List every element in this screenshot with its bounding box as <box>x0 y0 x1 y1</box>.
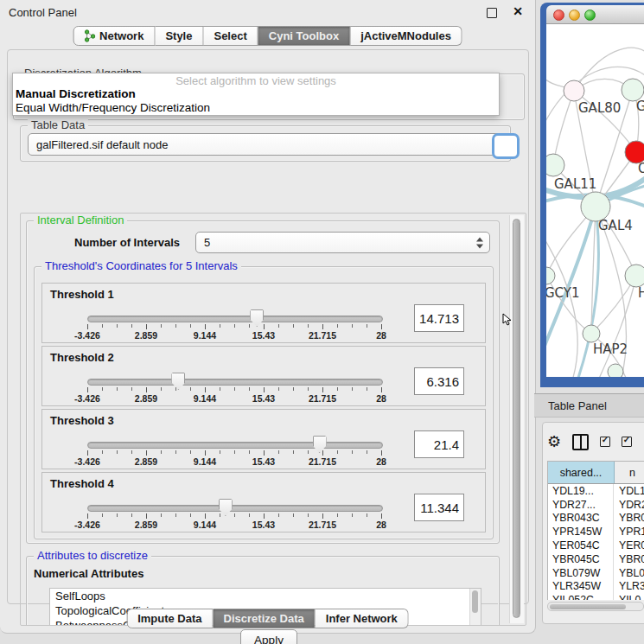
close-light-icon[interactable] <box>553 10 564 21</box>
gear-icon[interactable]: ⚙ <box>547 434 561 450</box>
tick-mark <box>175 324 176 328</box>
tick-mark <box>190 387 191 391</box>
settings-scroll-area: Interval Definition Number of Intervals … <box>20 213 526 626</box>
table-row[interactable]: YBL079WYBL0 <box>548 566 644 580</box>
tick-label: 21.715 <box>309 456 336 467</box>
threshold-row-2: Threshold 2-3.4262.8599.14415.4321.71528… <box>41 346 486 406</box>
threshold-value-field[interactable]: 11.344 <box>414 494 464 521</box>
cell-shared-name: YBR045C <box>548 552 614 566</box>
gal11-node[interactable] <box>546 154 564 176</box>
tick-label: 2.859 <box>135 456 157 467</box>
tick-mark <box>205 513 206 519</box>
table-row[interactable]: YDL19...YDL1 <box>548 484 644 498</box>
tick-label: 21.715 <box>309 520 336 530</box>
numerical-attributes-label: Numerical Attributes <box>34 567 143 580</box>
threshold-label: Threshold 2 <box>50 351 114 364</box>
threshold-value-field[interactable]: 21.4 <box>414 430 464 458</box>
algorithm-combobox[interactable] <box>492 133 520 159</box>
table-row[interactable]: YER054CYER0 <box>548 539 644 552</box>
tick-label: -3.426 <box>74 393 100 404</box>
settings-scrollbar[interactable] <box>509 215 524 623</box>
tab-label: Select <box>214 29 246 42</box>
num-intervals-combobox[interactable]: 5 <box>195 232 490 253</box>
tick-mark <box>146 450 147 456</box>
tick-mark <box>352 450 353 454</box>
tick-mark <box>234 324 235 328</box>
tick-label: -3.426 <box>74 330 100 341</box>
float-icon[interactable] <box>487 8 497 18</box>
node[interactable] <box>608 364 623 377</box>
tab-discretize-data[interactable]: Discretize Data <box>214 609 316 628</box>
popup-option-manual-discretization[interactable]: Manual Discretization <box>13 87 499 101</box>
slider-tick-labels: -3.4262.8599.14415.4321.71528 <box>87 520 381 530</box>
tick-mark <box>175 450 176 454</box>
node[interactable] <box>625 265 644 287</box>
table-row[interactable]: YBR043CYBR0 <box>548 512 644 526</box>
table-row[interactable]: YPR145WYPR1 <box>548 525 644 539</box>
apply-button[interactable]: Apply <box>240 629 297 644</box>
tick-mark <box>131 450 132 454</box>
tick-mark <box>367 387 367 391</box>
threshold-row-4: Threshold 4-3.4262.8599.14415.4321.71528… <box>41 472 486 532</box>
tab-cyni-toolbox[interactable]: Cyni Toolbox <box>258 26 350 46</box>
tab-jactivemnodules[interactable]: jActiveMNodules <box>350 26 462 46</box>
tick-mark <box>117 450 118 454</box>
table-row[interactable]: YDR27...YDR2 <box>548 498 644 512</box>
tick-mark <box>278 513 279 517</box>
popup-hint-item[interactable]: Select algorithm to view settings <box>13 73 499 87</box>
minimize-light-icon[interactable] <box>569 10 580 21</box>
tick-mark <box>205 387 206 392</box>
table-data-group: Table Data galFiltered.sif default node <box>20 125 511 162</box>
table-horizontal-scrollbar[interactable] <box>547 602 644 611</box>
tick-mark <box>205 324 206 329</box>
table-row[interactable]: YIL052CYIL0 <box>548 593 644 600</box>
cell-shared-name: YDR27... <box>548 498 614 512</box>
tick-label: -3.426 <box>74 520 100 530</box>
gcy1-node[interactable] <box>546 267 555 284</box>
table-data-combobox[interactable]: galFiltered.sif default node <box>28 133 510 156</box>
checkbox-icon[interactable] <box>600 437 610 447</box>
close-icon[interactable]: ✕ <box>513 4 523 18</box>
tab-style[interactable]: Style <box>155 26 203 46</box>
tick-mark <box>381 450 382 456</box>
tick-mark <box>190 450 191 454</box>
cell-shared-name: YBR043C <box>548 512 614 526</box>
tab-network[interactable]: Network <box>73 26 155 46</box>
attribute-item-selfloops[interactable]: SelfLoops <box>50 589 481 603</box>
tab-impute-data[interactable]: Impute Data <box>126 609 213 628</box>
threshold-value-field[interactable]: 6.316 <box>414 367 464 395</box>
tick-mark <box>190 324 191 328</box>
tick-mark <box>278 450 279 454</box>
tab-select[interactable]: Select <box>203 26 258 46</box>
tick-mark <box>220 324 220 328</box>
tick-label: 2.859 <box>135 520 157 530</box>
column-header-name[interactable]: n <box>615 462 644 483</box>
slider-track[interactable] <box>87 316 383 322</box>
table-row[interactable]: YLR345WYLR3 <box>548 580 644 594</box>
tick-mark <box>175 387 176 391</box>
list-scrollbar[interactable] <box>469 589 481 626</box>
tick-mark <box>264 450 265 456</box>
slider-track[interactable] <box>87 505 383 512</box>
threshold-value-field[interactable]: 14.713 <box>414 304 464 332</box>
tick-mark <box>337 387 338 391</box>
popup-option-equal-width-frequency-discretization[interactable]: Equal Width/Frequency Discretization <box>13 101 499 115</box>
hap2-node[interactable] <box>583 325 600 342</box>
tick-mark <box>352 324 353 328</box>
column-header-shared-name[interactable]: shared... <box>548 462 615 483</box>
tab-label: Cyni Toolbox <box>269 29 339 42</box>
checkbox-icon[interactable] <box>622 437 632 447</box>
gal4-node[interactable] <box>581 192 610 221</box>
network-window-titlebar[interactable] <box>546 5 644 24</box>
tab-infer-network[interactable]: Infer Network <box>316 609 409 628</box>
slider-track[interactable] <box>87 379 383 386</box>
tick-label: 9.144 <box>194 393 216 404</box>
tick-mark <box>337 324 338 328</box>
network-canvas[interactable]: GAL80GACGAL11GAL4GCY1HAHAP2 <box>546 24 644 377</box>
tick-mark <box>102 450 103 454</box>
slider-track[interactable] <box>87 442 383 449</box>
zoom-light-icon[interactable] <box>584 10 596 21</box>
table-row[interactable]: YBR045CYBR0 <box>548 552 644 566</box>
gal80-node[interactable] <box>564 80 584 101</box>
split-columns-icon[interactable] <box>572 434 589 450</box>
